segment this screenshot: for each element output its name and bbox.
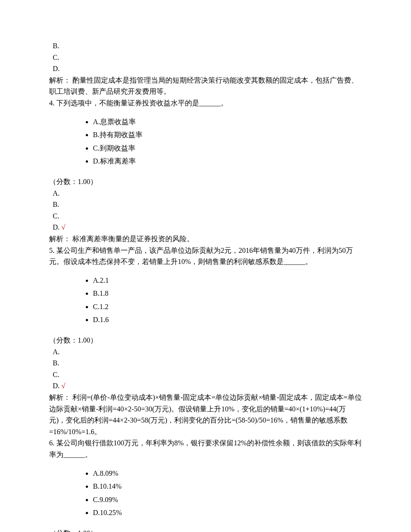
q5-option-a: A.2.1	[93, 275, 362, 286]
q5-answer-b: B.	[49, 357, 362, 369]
q6-option-a: A.8.09%	[93, 468, 362, 479]
check-icon: √	[62, 382, 66, 390]
q3-answer-b: B.	[49, 40, 362, 52]
q5-stem: 5. 某公司生产和销售单一产品，该产品单位边际贡献为2元，2016年销售量为40…	[49, 245, 362, 268]
q6-option-d: D.10.25%	[93, 507, 362, 519]
q4-option-a: A.息票收益率	[93, 116, 362, 128]
q6-option-c: C.9.09%	[93, 494, 362, 506]
q5-option-d: D.1.6	[93, 314, 362, 326]
q4-stem: 4. 下列选项中，不能衡量证券投资收益水平的是______。	[49, 97, 362, 109]
q4-answer-c: C.	[49, 210, 362, 222]
q3-answer-c: C.	[49, 52, 362, 63]
q3-explanation: 解析： 酌量性固定成本是指管理当局的短期经营决策行动能改变其数额的固定成本，包括…	[49, 75, 362, 97]
q6-score: （分数：1.00）	[49, 528, 362, 532]
q5-option-b: B.1.8	[93, 288, 362, 299]
q5-score: （分数：1.00）	[49, 335, 362, 346]
q3-answer-d: D.	[49, 63, 362, 75]
check-icon: √	[62, 223, 66, 231]
q5-answer-c: C.	[49, 369, 362, 381]
q5-answer-d: D.	[53, 382, 60, 390]
q5-answer-a: A.	[49, 346, 362, 358]
q6-stem: 6. 某公司向银行借款100万元，年利率为8%，银行要求保留12%的补偿性余额，…	[49, 437, 362, 460]
q4-answer-b: B.	[49, 199, 362, 210]
q6-options: A.8.09% B.10.14% C.9.09% D.10.25%	[49, 468, 362, 519]
q4-answer-a: A.	[49, 188, 362, 199]
q5-explanation: 解析： 利润=(单价-单位变动成本)×销售量-固定成本=单位边际贡献×销量-固定…	[49, 392, 362, 437]
q4-score: （分数：1.00）	[49, 176, 362, 188]
q4-option-d: D.标准离差率	[93, 155, 362, 167]
q4-option-b: B.持有期收益率	[93, 129, 362, 141]
q4-answer-d: D.	[53, 223, 60, 231]
q4-options: A.息票收益率 B.持有期收益率 C.到期收益率 D.标准离差率	[49, 116, 362, 167]
q5-answer-d-line: D.√	[49, 380, 362, 392]
q6-option-b: B.10.14%	[93, 481, 362, 492]
q5-option-c: C.1.2	[93, 301, 362, 313]
q4-explanation: 解析： 标准离差率衡量的是证券投资的风险。	[49, 233, 362, 245]
q4-answer-d-line: D.√	[49, 222, 362, 233]
q5-options: A.2.1 B.1.8 C.1.2 D.1.6	[49, 275, 362, 326]
q4-option-c: C.到期收益率	[93, 142, 362, 154]
